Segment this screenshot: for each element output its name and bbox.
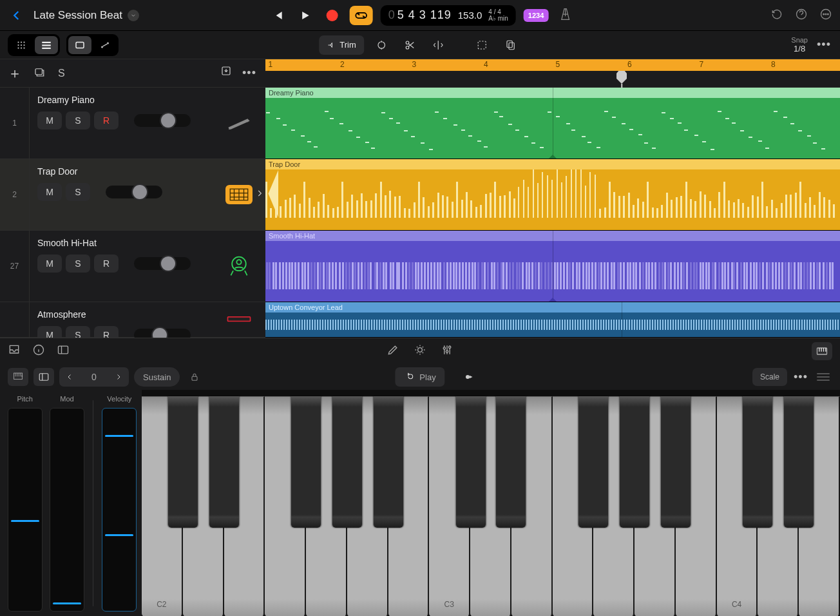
black-key[interactable] xyxy=(374,396,403,528)
octave-down-button[interactable] xyxy=(59,373,80,381)
track-row[interactable]: 27Smooth Hi-HatMSR xyxy=(0,231,265,302)
record-enable-button[interactable]: R xyxy=(94,111,119,130)
black-key[interactable] xyxy=(168,396,198,528)
keyboard-more-button[interactable] xyxy=(792,369,809,385)
lock-button[interactable] xyxy=(185,367,204,387)
lcd-display[interactable]: 0 5 4 3 119 153.0 4 / 4 A♭ min xyxy=(381,5,516,26)
add-track-button[interactable]: ＋ xyxy=(8,64,22,83)
track-view-button[interactable] xyxy=(35,36,58,54)
mod-wheel-label: Mod xyxy=(60,395,73,407)
svg-point-9 xyxy=(21,44,22,45)
black-key[interactable] xyxy=(620,396,649,528)
volume-fader[interactable] xyxy=(134,114,191,127)
pitch-indicator xyxy=(11,520,39,522)
black-key[interactable] xyxy=(784,396,814,528)
region-blue[interactable]: Uptown Conveyor Lead xyxy=(265,302,840,338)
glissando-button[interactable] xyxy=(459,367,481,387)
black-key[interactable] xyxy=(456,396,486,528)
playhead-handle[interactable] xyxy=(616,71,627,84)
velocity-wheel[interactable] xyxy=(102,408,137,611)
mixer-icon[interactable] xyxy=(441,343,453,359)
region-view-button[interactable] xyxy=(68,36,91,54)
synth-icon[interactable] xyxy=(223,306,255,333)
go-to-start-button[interactable] xyxy=(269,6,288,25)
region-yellow[interactable]: Trap Door xyxy=(265,159,840,231)
smart-controls-icon[interactable] xyxy=(414,343,426,359)
scissors-tool-button[interactable] xyxy=(399,35,421,55)
pitch-wheel[interactable] xyxy=(8,408,43,611)
mod-wheel[interactable] xyxy=(50,408,84,611)
toolbar-more-button[interactable] xyxy=(816,37,832,53)
cycle-loop-button[interactable] xyxy=(350,6,373,25)
track-row[interactable]: 1Dreamy PianoMSR xyxy=(0,88,265,159)
bar-ruler[interactable]: 12345678 xyxy=(265,59,840,71)
octave-up-button[interactable] xyxy=(108,373,129,381)
scale-button[interactable]: Scale xyxy=(752,368,787,386)
solo-button[interactable]: S xyxy=(66,255,90,273)
track-row[interactable]: 2Trap DoorMS xyxy=(0,159,265,231)
track-stack-button[interactable] xyxy=(33,66,45,81)
region-purple[interactable]: Smooth Hi-Hat xyxy=(265,231,840,302)
black-key[interactable] xyxy=(209,396,239,528)
drum-grid-icon[interactable] xyxy=(223,181,255,208)
arrangement-area[interactable]: 12345678 Dreamy PianoTrap DoorSmooth Hi-… xyxy=(265,59,840,338)
resize-handle[interactable] xyxy=(814,371,832,383)
black-key[interactable] xyxy=(578,396,608,528)
split-tool-button[interactable] xyxy=(427,35,449,55)
play-button[interactable] xyxy=(296,6,315,25)
black-key[interactable] xyxy=(496,396,526,528)
grid-view-button[interactable] xyxy=(10,36,33,54)
loop-tool-button[interactable] xyxy=(370,35,392,55)
scale-label: Scale xyxy=(760,372,779,381)
split-keyboard-button[interactable] xyxy=(33,368,54,386)
play-mode-button[interactable]: Play xyxy=(395,367,444,387)
sustain-button[interactable]: Sustain xyxy=(134,367,180,387)
black-key[interactable] xyxy=(332,396,362,528)
automation-view-button[interactable] xyxy=(93,36,117,54)
pencil-icon[interactable] xyxy=(387,343,399,359)
marquee-tool-button[interactable] xyxy=(471,35,493,55)
record-button[interactable] xyxy=(323,6,342,25)
more-menu-button[interactable] xyxy=(819,8,832,23)
copy-tool-button[interactable] xyxy=(499,35,521,55)
volume-fader[interactable] xyxy=(134,257,191,270)
snap-label: Snap xyxy=(791,36,808,44)
black-key[interactable] xyxy=(743,396,772,528)
info-icon[interactable] xyxy=(32,343,45,359)
volume-fader[interactable] xyxy=(106,186,162,198)
record-enable-button[interactable]: R xyxy=(94,255,119,273)
black-key[interactable] xyxy=(661,396,691,528)
keyboard-icon[interactable] xyxy=(223,110,255,137)
session-player-icon[interactable] xyxy=(223,253,255,280)
snap-control[interactable]: Snap 1/8 xyxy=(791,36,808,53)
keyboard-mode-button[interactable] xyxy=(812,342,832,360)
metronome-button[interactable] xyxy=(558,8,571,23)
help-button[interactable] xyxy=(795,8,808,23)
trim-tool-button[interactable]: Trim xyxy=(319,35,364,55)
svg-rect-40 xyxy=(14,373,22,379)
solo-button[interactable]: S xyxy=(66,111,90,130)
track-row[interactable]: AtmosphereMSR xyxy=(0,302,265,338)
mute-button[interactable]: M xyxy=(37,111,62,130)
undo-button[interactable] xyxy=(770,8,783,23)
mute-button[interactable]: M xyxy=(37,183,62,201)
svg-point-38 xyxy=(449,346,451,348)
region-label: Trap Door xyxy=(269,160,300,168)
sustain-label: Sustain xyxy=(143,372,171,382)
project-title[interactable]: Late Session Beat xyxy=(33,9,139,22)
svg-point-12 xyxy=(21,47,22,48)
back-button[interactable] xyxy=(8,6,26,24)
piano-style-button[interactable] xyxy=(8,368,28,386)
global-solo-button[interactable]: S xyxy=(58,68,65,79)
countin-button[interactable]: 1234 xyxy=(524,9,548,22)
black-key[interactable] xyxy=(291,396,321,528)
sidebar-toggle-icon[interactable] xyxy=(57,343,70,359)
track-panel-more-button[interactable] xyxy=(241,65,258,82)
ruler-ticks[interactable] xyxy=(265,71,840,88)
region-green[interactable]: Dreamy Piano xyxy=(265,88,840,159)
mute-button[interactable]: M xyxy=(37,255,62,273)
svg-rect-32 xyxy=(228,318,249,321)
import-button[interactable] xyxy=(220,65,232,82)
inbox-icon[interactable] xyxy=(8,343,21,359)
solo-button[interactable]: S xyxy=(66,183,90,201)
